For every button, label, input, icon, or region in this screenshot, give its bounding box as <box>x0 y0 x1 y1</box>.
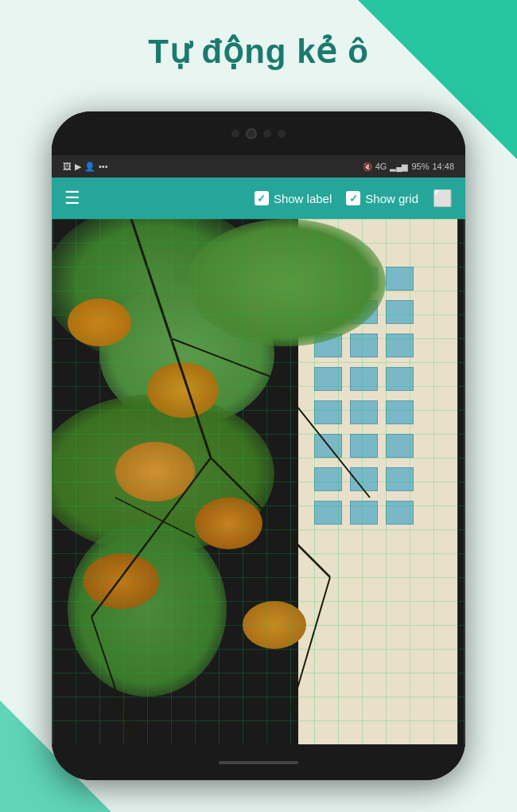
show-grid-group[interactable]: ✓ Show grid <box>346 191 418 205</box>
status-bar: 🖼 ▶ 👤 ••• 🔇 4G ▂▄▆ 95% 14:48 <box>52 155 465 178</box>
camera-dot-2 <box>246 128 257 139</box>
show-label-text: Show label <box>274 192 332 205</box>
camera-dot-4 <box>278 130 286 138</box>
status-icon-more: ••• <box>99 162 108 171</box>
status-mute-icon: 🔇 <box>363 162 372 171</box>
phone-frame: 🖼 ▶ 👤 ••• 🔇 4G ▂▄▆ 95% 14:48 ☰ ✓ Show la… <box>52 111 465 780</box>
phone-bottom <box>52 744 465 780</box>
phone-top-bar <box>52 111 465 155</box>
status-signal: 4G <box>375 162 387 171</box>
status-battery: 95% <box>411 162 429 171</box>
photo-background <box>52 219 465 744</box>
show-label-checkmark: ✓ <box>257 193 266 204</box>
svg-line-4 <box>274 378 370 498</box>
tree-layer <box>52 219 465 744</box>
foliage-orange-1 <box>68 299 131 346</box>
status-bars: ▂▄▆ <box>390 162 408 171</box>
main-content <box>52 219 465 744</box>
foliage-green-5 <box>68 521 227 697</box>
foliage-orange-5 <box>84 553 159 609</box>
foliage-orange-6 <box>243 601 306 649</box>
status-right: 🔇 4G ▂▄▆ 95% 14:48 <box>363 162 454 171</box>
app-toolbar: ☰ ✓ Show label ✓ Show grid ⬜ <box>52 178 465 219</box>
show-grid-checkbox[interactable]: ✓ <box>346 191 360 205</box>
svg-line-6 <box>290 577 330 712</box>
camera-area <box>231 128 286 139</box>
foliage-green-4 <box>187 219 386 346</box>
foliage-orange-2 <box>147 362 219 418</box>
show-label-group[interactable]: ✓ Show label <box>255 191 332 205</box>
status-icon-person: 👤 <box>84 162 95 172</box>
show-label-checkbox[interactable]: ✓ <box>255 191 269 205</box>
camera-dot-3 <box>263 130 271 138</box>
status-left-icons: 🖼 ▶ 👤 ••• <box>63 162 108 172</box>
show-grid-text: Show grid <box>365 192 418 205</box>
status-time: 14:48 <box>432 162 454 171</box>
menu-button[interactable]: ☰ <box>64 188 80 209</box>
show-grid-checkmark: ✓ <box>349 193 358 204</box>
home-indicator <box>219 761 298 764</box>
status-icon-image: 🖼 <box>63 162 72 171</box>
foliage-orange-3 <box>115 442 195 502</box>
camera-dot-1 <box>231 130 239 138</box>
foliage-orange-4 <box>195 498 262 549</box>
status-icon-play: ▶ <box>75 162 81 172</box>
page-title: Tự động kẻ ô <box>0 32 517 71</box>
window-icon[interactable]: ⬜ <box>433 189 453 208</box>
